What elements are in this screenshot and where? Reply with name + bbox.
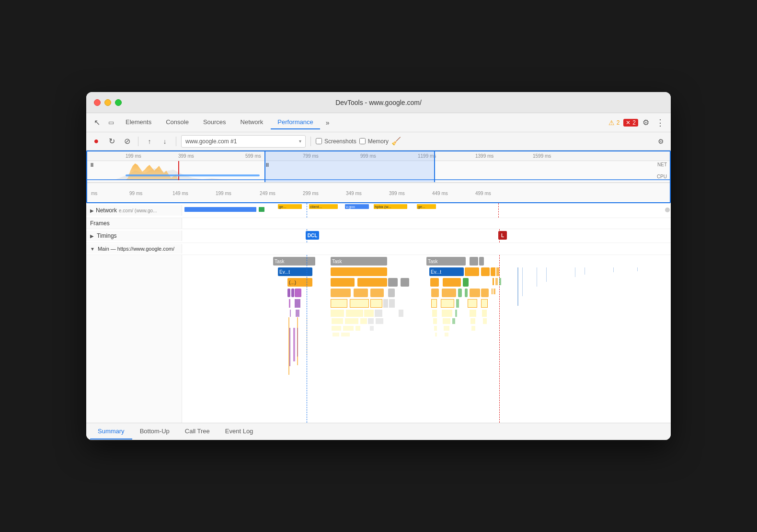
broom-icon[interactable]: 🧹 xyxy=(391,137,401,146)
dcl-dashed-line xyxy=(307,203,307,218)
right-y-3 xyxy=(493,278,494,285)
screenshots-checkbox[interactable] xyxy=(316,138,322,144)
thin-114-3 xyxy=(331,310,344,317)
strip-92-2 xyxy=(295,299,300,308)
strip-92-9 xyxy=(441,299,454,308)
main-section-row: ▼ Main — https://www.google.com/ xyxy=(86,243,671,255)
url-value: www.google.com #1 xyxy=(185,138,296,145)
tab-console[interactable]: Console xyxy=(159,116,195,129)
frames-track-label[interactable]: Frames xyxy=(86,218,182,229)
minimize-button[interactable] xyxy=(104,99,111,106)
error-count: 2 xyxy=(632,119,636,126)
gray-70-1 xyxy=(388,289,395,297)
refresh-record-button[interactable]: ↻ xyxy=(105,135,118,148)
net-vgoo-label: v.goo xyxy=(345,205,356,209)
window-title: DevTools - www.google.com/ xyxy=(335,99,422,106)
yell-70-5 xyxy=(442,289,456,297)
network-url: e.com/ (www.go... xyxy=(119,208,157,213)
url-input[interactable]: www.google.com #1 ▾ xyxy=(181,135,306,148)
selection-overlay xyxy=(265,151,434,182)
separator-3 xyxy=(310,137,311,146)
dense-6 xyxy=(433,318,437,324)
download-button[interactable]: ↓ xyxy=(159,135,171,148)
cursor-icon[interactable]: ↖ xyxy=(90,116,103,129)
dense-1 xyxy=(332,318,343,324)
net-hpba-label: hpba (w... xyxy=(374,205,392,209)
net-bar-hpba: hpba (w... xyxy=(374,204,407,209)
bottom-ruler-349: 349 ms xyxy=(346,191,362,196)
more-icon[interactable]: ⋮ xyxy=(654,116,667,129)
strip-92-10 xyxy=(456,299,459,308)
tab-performance[interactable]: Performance xyxy=(271,116,320,129)
dense-8 xyxy=(452,318,455,324)
right-y-6 xyxy=(493,289,495,294)
timings-expand-icon[interactable]: ▶ xyxy=(90,233,94,239)
error-icon: ✕ xyxy=(626,119,631,126)
screenshots-checkbox-label[interactable]: Screenshots xyxy=(316,138,356,145)
perf-settings-icon[interactable]: ⚙ xyxy=(654,135,667,148)
timings-track-label[interactable]: ▶ Timings xyxy=(86,231,182,241)
selection-right-handle[interactable] xyxy=(434,151,435,182)
right-y-4 xyxy=(495,278,498,285)
main-section-label[interactable]: ▼ Main — https://www.google.com/ xyxy=(86,244,182,254)
warning-badge[interactable]: ⚠ 2 xyxy=(606,118,623,127)
strip-92-5 xyxy=(370,299,382,308)
separator-2 xyxy=(176,137,176,146)
timeline-overview[interactable]: 199 ms 399 ms 599 ms 799 ms 999 ms 1199 … xyxy=(86,150,671,203)
bottom-ruler-399: 399 ms xyxy=(389,191,405,196)
low-1 xyxy=(332,326,341,331)
tab-bottom-up[interactable]: Bottom-Up xyxy=(132,424,177,439)
main-collapse-icon[interactable]: ▼ xyxy=(90,246,95,252)
clear-button[interactable]: ⊘ xyxy=(121,135,133,148)
vlow-2 xyxy=(341,333,350,336)
thin-114-2 xyxy=(296,310,299,317)
bottom-tabs: Summary Bottom-Up Call Tree Event Log xyxy=(86,423,671,440)
thin-114-4 xyxy=(346,310,363,317)
memory-checkbox[interactable] xyxy=(359,138,366,144)
blue-right-6 xyxy=(585,267,585,275)
yellow-bar-1 xyxy=(331,267,387,276)
network-expand-icon[interactable]: ▶ xyxy=(90,208,94,213)
strip-92-6 xyxy=(383,299,388,308)
tab-sources[interactable]: Sources xyxy=(196,116,233,129)
error-badge[interactable]: ✕ 2 xyxy=(623,119,638,127)
evt-bar-2: Ev...t xyxy=(429,267,464,276)
task-bar-2: Task xyxy=(331,257,387,266)
frames-track-content xyxy=(182,218,671,229)
more-tabs-icon[interactable]: » xyxy=(321,116,334,129)
task-bar-5 xyxy=(479,257,484,266)
blue-right-7 xyxy=(613,267,614,272)
net-ge-label: ge... xyxy=(278,205,287,209)
upload-button[interactable]: ↑ xyxy=(143,135,156,148)
separator-1 xyxy=(138,137,138,146)
close-button[interactable] xyxy=(94,99,101,106)
flame-label-col xyxy=(86,255,182,423)
vlow-1 xyxy=(333,333,339,336)
record-button[interactable]: ● xyxy=(90,135,103,148)
maximize-button[interactable] xyxy=(115,99,122,106)
settings-icon[interactable]: ⚙ xyxy=(639,116,653,129)
net-bar-client: client... xyxy=(309,204,338,209)
tab-event-log[interactable]: Event Log xyxy=(218,424,261,439)
tab-elements[interactable]: Elements xyxy=(119,116,158,129)
right-y-2 xyxy=(496,267,499,276)
track-area: ▶ Network e.com/ (www.go... ge... client… xyxy=(86,203,671,423)
dense-10 xyxy=(483,318,487,324)
tab-summary[interactable]: Summary xyxy=(90,424,132,439)
network-track-label[interactable]: ▶ Network e.com/ (www.go... xyxy=(86,205,182,216)
memory-checkbox-label[interactable]: Memory xyxy=(359,138,389,145)
tab-network[interactable]: Network xyxy=(234,116,270,129)
blue-right-4 xyxy=(546,267,547,282)
bottom-ruler-449: 449 ms xyxy=(432,191,448,196)
tab-call-tree[interactable]: Call Tree xyxy=(177,424,218,439)
dense-2 xyxy=(345,318,358,324)
ruler-mark-199: 199 ms xyxy=(126,153,141,159)
timings-track-content: DCL L xyxy=(182,229,671,243)
purple-1 xyxy=(287,289,290,297)
url-dropdown-icon[interactable]: ▾ xyxy=(299,139,301,144)
device-icon[interactable]: ▭ xyxy=(104,116,118,129)
red-marker-line xyxy=(178,161,179,180)
green-bar-r1 xyxy=(463,278,469,287)
task-bar-4 xyxy=(470,257,478,266)
thin-114-1 xyxy=(290,310,291,317)
